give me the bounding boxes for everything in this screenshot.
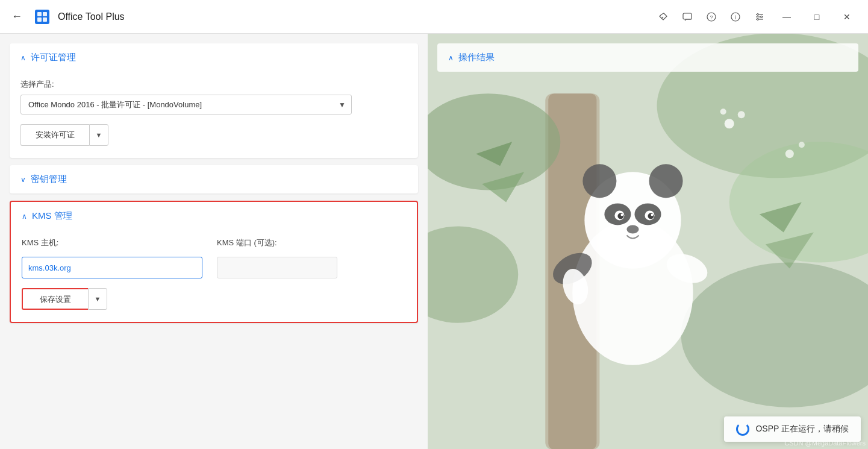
results-section-title: 操作结果 bbox=[458, 52, 495, 63]
back-button[interactable]: ← bbox=[7, 7, 27, 27]
kms-section-body: KMS 主机: KMS 端口 (可选): 保存设置 ▼ bbox=[11, 230, 417, 322]
svg-text:i: i bbox=[735, 14, 736, 20]
svg-point-16 bbox=[757, 18, 759, 20]
right-panel: ∧ 操作结果 OSPP 正在运行，请稍候 CSDN @MegaDataFlowe… bbox=[428, 34, 868, 449]
key-chevron-icon: ∨ bbox=[20, 175, 26, 184]
kms-host-input[interactable] bbox=[22, 257, 202, 278]
help-icon: ? bbox=[707, 12, 716, 22]
key-section: ∨ 密钥管理 bbox=[10, 165, 418, 193]
save-settings-button[interactable]: 保存设置 bbox=[22, 288, 88, 310]
results-chevron-icon: ∧ bbox=[448, 54, 454, 62]
install-license-dropdown-button[interactable]: ▼ bbox=[89, 124, 108, 146]
close-icon: ✕ bbox=[843, 12, 851, 22]
kms-host-field: KMS 主机: bbox=[22, 237, 202, 278]
app-title: Office Tool Plus bbox=[58, 11, 125, 22]
results-card: ∧ 操作结果 bbox=[437, 43, 858, 72]
kms-chevron-icon: ∧ bbox=[22, 212, 27, 221]
back-icon: ← bbox=[11, 10, 22, 23]
select-product-label: 选择产品: bbox=[20, 79, 407, 90]
ospp-status-bar: OSPP 正在运行，请稍候 bbox=[724, 416, 861, 442]
svg-point-14 bbox=[757, 13, 759, 15]
svg-rect-0 bbox=[35, 10, 49, 24]
chat-icon bbox=[682, 12, 692, 22]
svg-rect-46 bbox=[428, 34, 868, 449]
settings-button[interactable] bbox=[749, 7, 770, 27]
kms-host-label: KMS 主机: bbox=[22, 237, 202, 248]
svg-text:?: ? bbox=[710, 14, 713, 20]
info-icon: i bbox=[731, 12, 740, 22]
chat-button[interactable] bbox=[676, 7, 698, 27]
license-chevron-icon: ∧ bbox=[20, 54, 26, 62]
restore-icon: □ bbox=[814, 12, 819, 22]
app-logo-icon bbox=[34, 8, 51, 25]
panda-illustration bbox=[428, 34, 868, 449]
save-settings-dropdown-button[interactable]: ▼ bbox=[88, 288, 107, 310]
svg-rect-3 bbox=[37, 17, 42, 22]
license-section-title: 许可证管理 bbox=[31, 52, 76, 63]
kms-port-label: KMS 端口 (可选): bbox=[217, 237, 337, 248]
main-content: ∧ 许可证管理 选择产品: Office Mondo 2016 - 批量许可证 … bbox=[0, 34, 868, 449]
svg-rect-2 bbox=[43, 12, 47, 16]
license-section: ∧ 许可证管理 选择产品: Office Mondo 2016 - 批量许可证 … bbox=[10, 43, 418, 158]
help-button[interactable]: ? bbox=[701, 7, 722, 27]
key-section-header[interactable]: ∨ 密钥管理 bbox=[10, 165, 418, 193]
kms-port-field: KMS 端口 (可选): bbox=[217, 237, 337, 278]
title-bar-left: ← Office Tool Plus bbox=[7, 7, 125, 27]
kms-port-input[interactable] bbox=[217, 257, 337, 278]
license-section-header[interactable]: ∧ 许可证管理 bbox=[10, 43, 418, 72]
minimize-icon: — bbox=[782, 12, 791, 22]
title-bar-right: ? i — □ ✕ bbox=[652, 7, 861, 27]
dropdown-arrow-icon: ▼ bbox=[96, 131, 102, 139]
settings-icon bbox=[755, 12, 764, 22]
background-image bbox=[428, 34, 868, 449]
save-button-row: 保存设置 ▼ bbox=[22, 288, 406, 310]
kms-section-header[interactable]: ∧ KMS 管理 bbox=[11, 202, 417, 230]
save-dropdown-arrow-icon: ▼ bbox=[95, 295, 101, 303]
close-button[interactable]: ✕ bbox=[833, 7, 861, 27]
app-icon bbox=[33, 7, 52, 27]
restore-button[interactable]: □ bbox=[803, 7, 831, 27]
kms-form-row: KMS 主机: KMS 端口 (可选): bbox=[22, 237, 406, 278]
minimize-button[interactable]: — bbox=[773, 7, 801, 27]
results-header[interactable]: ∧ 操作结果 bbox=[437, 43, 858, 72]
pin-icon bbox=[658, 12, 668, 22]
pin-button[interactable] bbox=[652, 7, 674, 27]
kms-section-title: KMS 管理 bbox=[32, 210, 72, 222]
product-select-wrapper: Office Mondo 2016 - 批量许可证 - [MondoVolume… bbox=[20, 95, 352, 115]
install-button-row: 安装许可证 ▼ bbox=[20, 124, 407, 146]
svg-point-15 bbox=[761, 16, 763, 17]
svg-rect-6 bbox=[683, 13, 692, 19]
install-license-button[interactable]: 安装许可证 bbox=[20, 124, 89, 146]
info-button[interactable]: i bbox=[725, 7, 746, 27]
svg-rect-4 bbox=[43, 17, 47, 22]
watermark: CSDN @MegaDataFlowers bbox=[784, 439, 866, 447]
product-select[interactable]: Office Mondo 2016 - 批量许可证 - [MondoVolume… bbox=[20, 95, 352, 115]
title-bar: ← Office Tool Plus bbox=[0, 0, 868, 34]
svg-line-5 bbox=[661, 17, 663, 19]
left-panel: ∧ 许可证管理 选择产品: Office Mondo 2016 - 批量许可证 … bbox=[0, 34, 428, 449]
license-section-body: 选择产品: Office Mondo 2016 - 批量许可证 - [Mondo… bbox=[10, 72, 418, 158]
results-panel: ∧ 操作结果 bbox=[428, 34, 868, 81]
ospp-status-text: OSPP 正在运行，请稍候 bbox=[755, 424, 849, 435]
ospp-spinner-icon bbox=[736, 422, 749, 436]
key-section-title: 密钥管理 bbox=[31, 174, 67, 185]
kms-section: ∧ KMS 管理 KMS 主机: KMS 端口 (可选): 保存设置 bbox=[10, 201, 418, 323]
svg-rect-1 bbox=[37, 12, 42, 16]
